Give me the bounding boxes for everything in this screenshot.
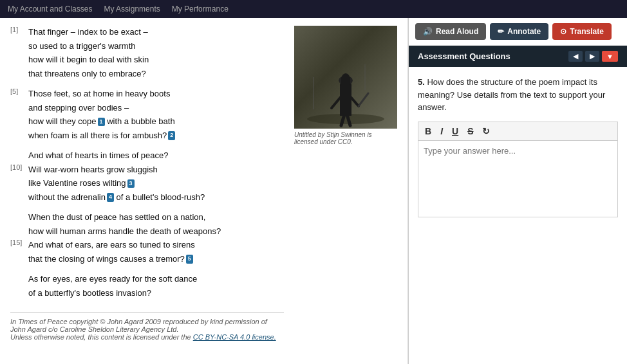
- poem-text-line-3: how will it begin to deal with skin: [28, 53, 149, 66]
- main-layout: [1] That finger – index to be exact – so…: [0, 18, 627, 364]
- answer-toolbar: B I U S ↻: [418, 122, 618, 140]
- poem-line-12: without the adrenalin4 of a bullet's blo…: [10, 191, 284, 204]
- stanza-break-3: [10, 205, 284, 211]
- line-number-blank-9: [10, 149, 28, 162]
- assessment-header: Assessment Questions ◀ ▶ ▼: [409, 46, 627, 67]
- poem-image: [294, 26, 397, 129]
- annotate-label: Annotate: [507, 27, 541, 36]
- strikethrough-button[interactable]: S: [465, 125, 476, 138]
- answer-textarea[interactable]: [418, 140, 618, 217]
- nav-my-performance[interactable]: My Performance: [172, 5, 229, 14]
- translate-icon: ⊙: [560, 27, 566, 36]
- nav-close-button[interactable]: ▼: [602, 51, 618, 62]
- line-number-blank-8: [10, 129, 28, 142]
- annotation-badge-4[interactable]: 4: [107, 193, 114, 202]
- poem-text-line-16: that the closing of wings causes a tremo…: [28, 253, 193, 266]
- nav-my-account[interactable]: My Account and Classes: [8, 5, 92, 14]
- toolbar-row: 🔊 Read Aloud ✏ Annotate ⊙ Translate: [409, 18, 627, 46]
- top-navigation: My Account and Classes My Assignments My…: [0, 0, 627, 18]
- nav-arrows: ◀ ▶ ▼: [568, 51, 618, 62]
- annotation-badge-2[interactable]: 2: [168, 131, 175, 140]
- underline-button[interactable]: U: [449, 125, 461, 138]
- poem-line-3: how will it begin to deal with skin: [10, 53, 284, 66]
- svg-rect-2: [341, 90, 350, 114]
- translate-button[interactable]: ⊙ Translate: [552, 23, 612, 40]
- poem-line-5: [5] Those feet, so at home in heavy boot…: [10, 87, 284, 100]
- poem-line-2: so used to a trigger's warmth: [10, 40, 284, 53]
- poem-line-6: and stepping over bodies –: [10, 102, 284, 114]
- translate-label: Translate: [570, 27, 604, 36]
- poem-line-14: how will human arms handle the death of …: [10, 225, 284, 238]
- poem-line-15: [15] And what of ears, are ears so tuned…: [10, 239, 284, 251]
- question-body: How does the structure of the poem impac…: [418, 77, 605, 112]
- svg-point-1: [307, 114, 384, 124]
- poem-image-block: Untitled by Stijn Swinnen is licensed un…: [294, 26, 397, 341]
- poem-line-highlighted: And what of hearts in times of peace?: [10, 149, 284, 162]
- poem-text-line-11: like Valentine roses wilting3: [28, 177, 135, 190]
- nav-next-button[interactable]: ▶: [585, 51, 599, 62]
- line-number-blank-17: [10, 273, 28, 286]
- read-aloud-button[interactable]: 🔊 Read Aloud: [415, 23, 486, 40]
- poem-line-10: [10] Will war-worn hearts grow sluggish: [10, 163, 284, 176]
- line-number-blank-11: [10, 177, 28, 190]
- poem-line-17: As for eyes, are eyes ready for the soft…: [10, 273, 284, 286]
- line-number-1: [1]: [10, 26, 28, 39]
- right-panel: 🔊 Read Aloud ✏ Annotate ⊙ Translate Asse…: [408, 18, 627, 364]
- svg-point-3: [340, 78, 351, 91]
- poem-line-16: that the closing of wings causes a tremo…: [10, 253, 284, 266]
- poem-text-line-14: how will human arms handle the death of …: [28, 225, 221, 238]
- poem-text-line-10: Will war-worn hearts grow sluggish: [28, 163, 158, 176]
- italic-button[interactable]: I: [438, 125, 445, 138]
- copyright-text: In Times of Peace copyright © John Agard…: [10, 318, 284, 333]
- poem-text-line-12: without the adrenalin4 of a bullet's blo…: [28, 191, 205, 204]
- poem-line-18: of a butterfly's bootless invasion?: [10, 287, 284, 300]
- poem-text-line-6: and stepping over bodies –: [28, 102, 129, 114]
- line-number-10: [10]: [10, 163, 28, 176]
- stanza-break-2: [10, 143, 284, 149]
- svg-point-4: [339, 76, 353, 85]
- license-text: Unless otherwise noted, this content is …: [10, 333, 284, 341]
- poem-section: [1] That finger – index to be exact – so…: [10, 26, 397, 341]
- poem-text-line-15: And what of ears, are ears so tuned to s…: [28, 239, 195, 251]
- annotation-badge-5[interactable]: 5: [186, 255, 193, 264]
- read-aloud-label: Read Aloud: [436, 27, 478, 36]
- line-number-blank-13: [10, 211, 28, 224]
- line-number-blank-3: [10, 53, 28, 66]
- line-number-5: [5]: [10, 87, 28, 100]
- poem-text: [1] That finger – index to be exact – so…: [10, 26, 284, 341]
- question-number: 5.: [418, 77, 425, 87]
- annotate-icon: ✏: [498, 27, 504, 36]
- redo-button[interactable]: ↻: [480, 125, 492, 138]
- svg-rect-0: [294, 26, 397, 129]
- image-caption: Untitled by Stijn Swinnen is licensed un…: [294, 131, 397, 145]
- poem-line-13: When the dust of peace has settled on a …: [10, 211, 284, 224]
- line-number-blank-2: [10, 40, 28, 53]
- bold-button[interactable]: B: [422, 125, 434, 138]
- annotation-badge-3[interactable]: 3: [127, 179, 135, 188]
- line-number-blank-7: [10, 115, 28, 128]
- annotation-badge-1[interactable]: 1: [98, 118, 105, 127]
- poem-text-line-4: that threatens only to embrace?: [28, 68, 146, 80]
- question-area: 5. How does the structure of the poem im…: [409, 67, 627, 364]
- poem-text-highlighted: And what of hearts in times of peace?: [28, 149, 169, 162]
- poem-line-7: how will they cope1 with a bubble bath: [10, 115, 284, 128]
- poem-text-line-5: Those feet, so at home in heavy boots: [28, 87, 170, 100]
- line-number-blank-4: [10, 68, 28, 80]
- nav-my-assignments[interactable]: My Assignments: [104, 5, 160, 14]
- line-number-blank-16: [10, 253, 28, 266]
- line-number-blank-14: [10, 225, 28, 238]
- soldier-illustration: [294, 26, 397, 129]
- line-number-blank-12: [10, 191, 28, 204]
- poem-text-line-8: when foam is all there is for ambush?2: [28, 129, 175, 142]
- license-link[interactable]: CC BY-NC-SA 4.0 license.: [193, 333, 276, 341]
- poem-line-1: [1] That finger – index to be exact –: [10, 26, 284, 39]
- stanza-break-4: [10, 266, 284, 273]
- nav-prev-button[interactable]: ◀: [568, 51, 583, 62]
- line-number-blank-18: [10, 287, 28, 300]
- annotate-button[interactable]: ✏ Annotate: [490, 23, 548, 40]
- line-number-15: [15]: [10, 239, 28, 251]
- copyright-block: In Times of Peace copyright © John Agard…: [10, 312, 284, 341]
- question-text: 5. How does the structure of the poem im…: [418, 76, 618, 114]
- read-aloud-icon: 🔊: [423, 27, 433, 36]
- stanza-break-1: [10, 81, 284, 87]
